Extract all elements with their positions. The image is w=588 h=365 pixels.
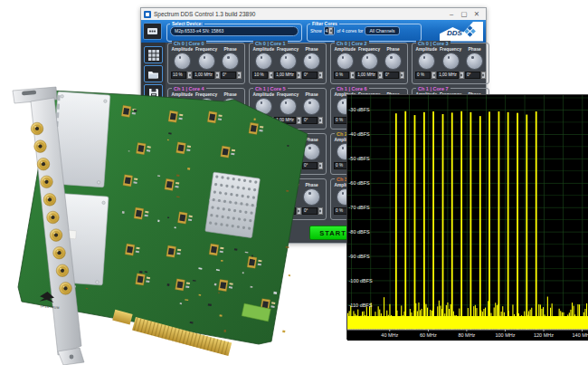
frequency-knob[interactable] xyxy=(198,53,215,70)
phase-spinner[interactable] xyxy=(318,207,323,215)
phase-value[interactable]: 0° xyxy=(302,117,318,124)
amplitude-spinner[interactable] xyxy=(269,207,273,215)
frequency-knob[interactable] xyxy=(280,53,297,70)
amplitude-spinner[interactable] xyxy=(187,207,192,215)
frequency-knob[interactable] xyxy=(280,143,297,160)
amplitude-knob[interactable] xyxy=(418,53,435,70)
amplitude-knob[interactable] xyxy=(174,53,191,70)
phase-value[interactable]: 0° xyxy=(465,72,480,79)
amplitude-spinner[interactable] xyxy=(187,72,192,79)
phase-value[interactable]: 0° xyxy=(221,117,236,124)
frequency-knob[interactable] xyxy=(198,98,215,115)
amplitude-value-cell: 0 % xyxy=(170,207,193,215)
save-settings-button[interactable] xyxy=(144,84,163,101)
frequency-value[interactable]: 1,00 MHz xyxy=(274,207,296,215)
amplitude-knob[interactable] xyxy=(174,188,191,206)
phase-spinner[interactable] xyxy=(237,117,242,124)
device-select[interactable]: M2p.6533-x4 SN: 15863 xyxy=(170,26,299,36)
amplitude-value[interactable]: 0 % xyxy=(334,72,349,79)
amplitude-value[interactable]: 10 % xyxy=(252,72,268,79)
frequency-value[interactable]: 1,00 MHz xyxy=(193,72,214,79)
phase-knob[interactable] xyxy=(222,143,239,160)
phase-value[interactable]: 0° xyxy=(221,207,236,215)
sma-connector xyxy=(37,158,50,170)
phase-spinner[interactable] xyxy=(318,117,323,124)
frequency-knob[interactable] xyxy=(198,188,215,206)
amplitude-value[interactable]: 0 % xyxy=(171,207,186,215)
window-titlebar[interactable]: Spectrum DDS Control 1.3 build 23890 – ▢… xyxy=(141,8,486,20)
amplitude-header: Amplitude xyxy=(414,47,439,52)
phase-spinner[interactable] xyxy=(318,162,323,169)
frequency-value[interactable]: 1,00 MHz xyxy=(193,207,214,215)
phase-spinner[interactable] xyxy=(237,162,242,169)
phase-knob[interactable] xyxy=(222,188,239,206)
amplitude-spinner[interactable] xyxy=(187,162,192,169)
phase-knob[interactable] xyxy=(303,188,320,206)
frequency-value[interactable]: 1,00 MHz xyxy=(193,117,214,124)
amplitude-knob-cell xyxy=(251,143,276,160)
amplitude-value[interactable]: 0 % xyxy=(415,72,431,79)
frequency-value[interactable]: 1,00 MHz xyxy=(193,162,214,169)
frequency-knob[interactable] xyxy=(442,53,460,70)
phase-knob[interactable] xyxy=(303,53,320,70)
phase-spinner[interactable] xyxy=(318,72,323,79)
spinner-arrows[interactable] xyxy=(328,27,333,34)
core-group-label: Ch 0 | Core 1 xyxy=(253,41,288,46)
amplitude-spinner[interactable] xyxy=(269,72,273,79)
close-button[interactable]: ✕ xyxy=(470,9,483,20)
amplitude-knob[interactable] xyxy=(255,188,272,206)
phase-value[interactable]: 0° xyxy=(302,207,318,215)
device-panel-button[interactable] xyxy=(143,23,162,40)
amplitude-spinner[interactable] xyxy=(350,72,355,79)
amplitude-knob[interactable] xyxy=(255,53,272,70)
frequency-value[interactable]: 1,00 MHz xyxy=(274,117,296,124)
phase-spinner[interactable] xyxy=(237,72,242,79)
amplitude-spinner[interactable] xyxy=(187,117,192,124)
phase-spinner[interactable] xyxy=(481,72,486,79)
frequency-value[interactable]: 1,00 MHz xyxy=(437,72,459,79)
cores-count-spinner[interactable]: 4 xyxy=(324,26,336,35)
amplitude-spinner[interactable] xyxy=(269,117,273,124)
phase-knob[interactable] xyxy=(303,98,320,115)
amplitude-knob[interactable] xyxy=(255,98,272,115)
frequency-knob[interactable] xyxy=(198,143,215,160)
phase-value[interactable]: 0° xyxy=(221,162,236,169)
amplitude-value[interactable]: 0 % xyxy=(171,162,186,169)
amplitude-knob[interactable] xyxy=(255,143,272,160)
phase-knob[interactable] xyxy=(303,143,320,160)
cores-grid-button[interactable] xyxy=(144,46,163,63)
amplitude-value[interactable]: 10 % xyxy=(171,72,186,79)
amplitude-value[interactable]: 0 % xyxy=(252,207,268,215)
amplitude-spinner[interactable] xyxy=(269,162,273,169)
phase-value[interactable]: 0° xyxy=(384,72,399,79)
frequency-value[interactable]: 1,00 MHz xyxy=(356,72,377,79)
frequency-knob[interactable] xyxy=(280,98,297,115)
frequency-value[interactable]: 1,00 MHz xyxy=(274,162,296,169)
phase-spinner[interactable] xyxy=(237,207,242,215)
amplitude-knob[interactable] xyxy=(174,143,191,160)
phase-knob[interactable] xyxy=(222,53,239,70)
phase-value[interactable]: 0° xyxy=(302,162,318,169)
load-settings-button[interactable] xyxy=(144,65,163,82)
amplitude-spinner[interactable] xyxy=(432,72,436,79)
phase-knob[interactable] xyxy=(466,53,483,70)
phase-value[interactable]: 0° xyxy=(221,72,236,79)
frequency-value[interactable]: 1,00 MHz xyxy=(274,72,296,79)
phase-knob[interactable] xyxy=(384,53,402,70)
phase-value[interactable]: 0° xyxy=(302,72,318,79)
frequency-knob-cell xyxy=(276,143,300,160)
amplitude-value[interactable]: 0 % xyxy=(252,117,268,124)
phase-spinner[interactable] xyxy=(400,72,404,79)
amplitude-value[interactable]: 0 % xyxy=(252,162,268,169)
amplitude-knob[interactable] xyxy=(337,53,354,70)
amplitude-knob[interactable] xyxy=(174,98,191,115)
minimize-button[interactable]: – xyxy=(445,9,458,20)
amplitude-value[interactable]: 0 % xyxy=(171,117,186,124)
frequency-knob[interactable] xyxy=(280,188,297,206)
phase-knob[interactable] xyxy=(222,98,239,115)
channel-filter-select[interactable]: All Channels xyxy=(365,26,399,35)
core-group: Ch 0 | Core 0AmplitudeFrequencyPhase10 %… xyxy=(167,43,245,84)
maximize-button[interactable]: ▢ xyxy=(458,9,470,20)
frequency-knob[interactable] xyxy=(361,53,378,70)
svg-text:-30 dBFS: -30 dBFS xyxy=(349,107,371,112)
